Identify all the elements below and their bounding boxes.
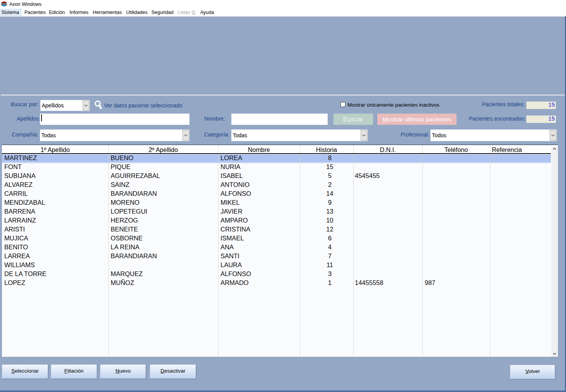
svg-text:AXON: AXON: [1, 2, 7, 5]
